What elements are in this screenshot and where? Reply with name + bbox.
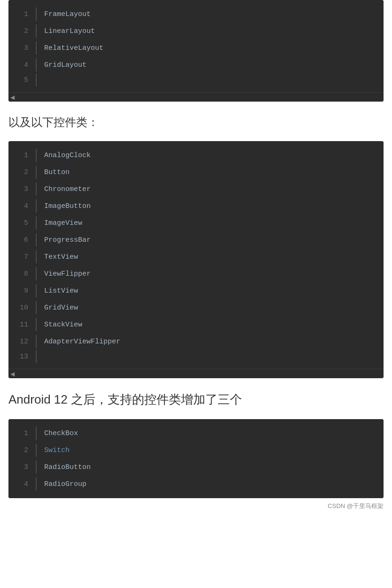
code-text-3: RelativeLayout: [44, 44, 103, 52]
widget-line-9: 9 ListView: [8, 282, 384, 299]
widget-sep-7: [36, 250, 37, 263]
widget-text-3: Chronometer: [44, 185, 91, 193]
widget-text-5: ImageView: [44, 219, 82, 227]
widget-text-6: ProgressBar: [44, 236, 91, 244]
widget-line-8: 8 ViewFlipper: [8, 265, 384, 282]
android12-text-1: CheckBox: [44, 429, 78, 437]
scroll-left-icon[interactable]: ◀: [10, 94, 15, 101]
widget-line-6: 6 ProgressBar: [8, 231, 384, 248]
android12-line-3: 3 RadioButton: [8, 459, 384, 476]
widget-text-9: ListView: [44, 287, 78, 295]
line-separator-5: [36, 73, 37, 87]
line-number-2: 2: [14, 27, 28, 35]
android12-sep-1: [36, 427, 37, 440]
widget-sep-13: [36, 350, 37, 363]
code-text-2: LinearLayout: [44, 27, 95, 35]
widget-line-11: 11 StackView: [8, 316, 384, 333]
widget-line-10: 10 GridView: [8, 299, 384, 316]
widget-line-2: 2 Button: [8, 164, 384, 181]
widget-sep-11: [36, 318, 37, 331]
code-content-widgets: 1 AnalogClock 2 Button 3 Chronometer 4 I…: [8, 141, 384, 369]
code-line-5: 5: [8, 73, 384, 87]
widget-text-11: StackView: [44, 321, 82, 329]
widget-text-8: ViewFlipper: [44, 270, 91, 278]
widget-line-3: 3 Chronometer: [8, 181, 384, 198]
widget-sep-2: [36, 166, 37, 179]
widget-sep-3: [36, 183, 37, 196]
widget-line-5: 5 ImageView: [8, 215, 384, 231]
widget-sep-6: [36, 233, 37, 246]
widget-number-10: 10: [14, 304, 28, 312]
widget-number-5: 5: [14, 219, 28, 227]
android12-sep-4: [36, 477, 37, 491]
widget-line-12: 12 AdapterViewFlipper: [8, 333, 384, 350]
widget-text-2: Button: [44, 168, 70, 176]
widget-sep-1: [36, 149, 37, 162]
code-text-1: FrameLayout: [44, 10, 91, 18]
widget-line-4: 4 ImageButton: [8, 198, 384, 215]
android-heading: Android 12 之后，支持的控件类增加了三个: [0, 378, 392, 419]
android12-number-3: 3: [14, 463, 28, 471]
android12-text-3: RadioButton: [44, 463, 91, 471]
widget-number-11: 11: [14, 321, 28, 329]
line-number-1: 1: [14, 10, 28, 18]
widget-text-12: AdapterViewFlipper: [44, 338, 120, 346]
line-separator-1: [36, 8, 37, 21]
android12-sep-2: [36, 444, 37, 457]
code-content-android12: 1 CheckBox 2 Switch 3 RadioButton 4 Radi…: [8, 419, 384, 498]
widget-number-2: 2: [14, 168, 28, 176]
attribution-text: CSDN @千里马框架: [0, 498, 392, 514]
android12-line-1: 1 CheckBox: [8, 425, 384, 442]
widget-number-7: 7: [14, 253, 28, 261]
widget-line-13: 13: [8, 350, 384, 363]
android12-line-2: 2 Switch: [8, 442, 384, 459]
android12-line-4: 4 RadioGroup: [8, 476, 384, 493]
android12-number-1: 1: [14, 429, 28, 437]
widget-number-8: 8: [14, 270, 28, 278]
scroll-bar-widgets[interactable]: ◀: [8, 369, 384, 378]
widget-text-4: ImageButton: [44, 202, 91, 210]
widget-number-9: 9: [14, 287, 28, 295]
scroll-bar-layout[interactable]: ◀: [8, 92, 384, 102]
android12-sep-3: [36, 461, 37, 474]
code-block-layouts: 1 FrameLayout 2 LinearLayout 3 RelativeL…: [8, 0, 384, 102]
line-separator-3: [36, 41, 37, 55]
code-line-2: 2 LinearLayout: [8, 23, 384, 40]
widget-number-12: 12: [14, 338, 28, 346]
widget-line-1: 1 AnalogClock: [8, 147, 384, 164]
code-block-android12: 1 CheckBox 2 Switch 3 RadioButton 4 Radi…: [8, 419, 384, 498]
widget-sep-5: [36, 216, 37, 230]
android12-number-4: 4: [14, 480, 28, 488]
widget-number-3: 3: [14, 185, 28, 193]
widget-sep-8: [36, 267, 37, 280]
widget-number-4: 4: [14, 202, 28, 210]
code-line-4: 4 GridLayout: [8, 56, 384, 73]
android12-text-4: RadioGroup: [44, 480, 86, 488]
code-content-layouts: 1 FrameLayout 2 LinearLayout 3 RelativeL…: [8, 0, 384, 92]
android12-text-2: Switch: [44, 446, 70, 454]
code-line-3: 3 RelativeLayout: [8, 40, 384, 56]
line-number-3: 3: [14, 44, 28, 52]
page-container: 1 FrameLayout 2 LinearLayout 3 RelativeL…: [0, 0, 392, 514]
line-separator-4: [36, 58, 37, 72]
widget-line-7: 7 TextView: [8, 248, 384, 265]
widget-text-1: AnalogClock: [44, 151, 91, 159]
android12-number-2: 2: [14, 446, 28, 454]
line-number-5: 5: [14, 76, 28, 84]
widget-sep-4: [36, 199, 37, 213]
widget-sep-12: [36, 335, 37, 348]
line-number-4: 4: [14, 61, 28, 69]
widget-sep-9: [36, 284, 37, 297]
widget-number-13: 13: [14, 353, 28, 361]
widget-text-7: TextView: [44, 253, 78, 261]
code-line-1: 1 FrameLayout: [8, 6, 384, 23]
scroll-left-icon-2[interactable]: ◀: [10, 371, 15, 377]
line-separator-2: [36, 24, 37, 38]
widget-sep-10: [36, 301, 37, 314]
code-text-4: GridLayout: [44, 61, 86, 69]
widget-text-10: GridView: [44, 304, 78, 312]
code-block-widgets: 1 AnalogClock 2 Button 3 Chronometer 4 I…: [8, 141, 384, 378]
section-heading-controls: 以及以下控件类：: [0, 102, 392, 141]
widget-number-6: 6: [14, 236, 28, 244]
widget-number-1: 1: [14, 151, 28, 159]
